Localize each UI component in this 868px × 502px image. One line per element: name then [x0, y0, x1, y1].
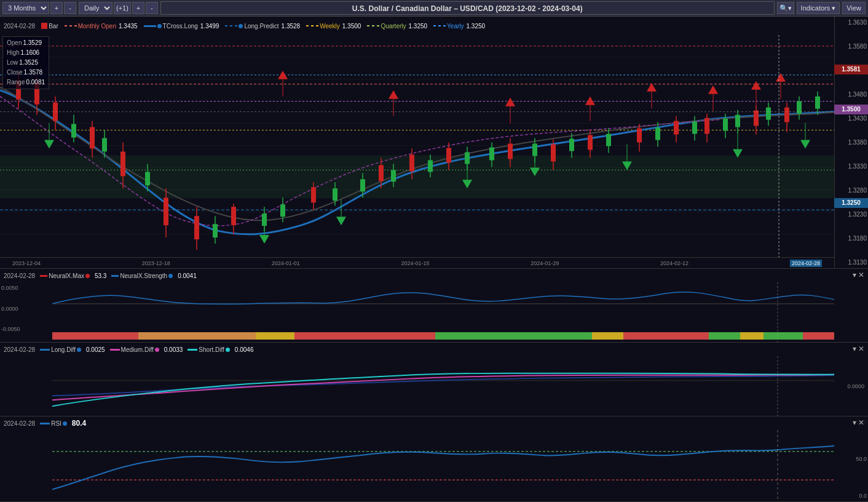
svg-rect-90 — [692, 122, 697, 134]
neurax-max-dot — [85, 274, 90, 278]
timeframe-select[interactable]: 3 Months — [2, 2, 49, 14]
svg-rect-30 — [194, 216, 199, 239]
price-legend: 2024-02-28 Bar Monthly Open 1.3435 TCros… — [0, 17, 834, 35]
svg-rect-64 — [213, 224, 218, 237]
cb-red-2 — [115, 332, 138, 340]
rsi-value: 80.4 — [72, 419, 86, 428]
tcross-legend: TCross.Long 1.3499 — [144, 23, 219, 30]
diff-date: 2024-02-28 — [4, 346, 35, 353]
cb-yellow-1 — [256, 332, 295, 340]
svg-rect-84 — [569, 139, 574, 151]
svg-rect-94 — [735, 115, 740, 127]
diff-close-button[interactable]: ▾ ✕ — [853, 345, 864, 353]
timeframe-add-button[interactable]: + — [50, 2, 63, 14]
neurax-header: 2024-02-28 NeuralX.Max 53.3 NeuralX.Stre… — [0, 269, 868, 282]
price-2: 1.3580 — [836, 43, 867, 50]
diff-header: 2024-02-28 Long.Diff 0.0025 Medium.Diff … — [0, 343, 868, 356]
svg-marker-111 — [708, 86, 718, 94]
interval-sub-button[interactable]: - — [146, 2, 158, 14]
medium-diff-legend: Medium.Diff — [110, 346, 159, 353]
svg-rect-92 — [723, 119, 728, 131]
diff-y-labels — [0, 356, 52, 416]
price-chart[interactable]: 2024-02-28 Bar Monthly Open 1.3435 TCros… — [0, 17, 868, 269]
interval-add-button[interactable]: + — [132, 2, 144, 14]
svg-rect-78 — [465, 152, 470, 164]
neurax-strength-legend: NeuralX.Strength — [111, 273, 173, 279]
price-y-axis: 1.3630 1.3580 1.3530 1.3480 1.3430 1.338… — [834, 17, 868, 268]
svg-marker-119 — [259, 235, 269, 244]
svg-rect-50 — [674, 121, 679, 135]
indicators-button[interactable]: Indicators ▾ — [797, 2, 840, 14]
view-button[interactable]: View — [842, 2, 866, 14]
neurax-strength-dot — [168, 274, 173, 278]
svg-marker-131 — [800, 140, 810, 149]
svg-marker-107 — [585, 97, 595, 105]
diff-panel[interactable]: 2024-02-28 Long.Diff 0.0025 Medium.Diff … — [0, 343, 868, 416]
monthly-open-line — [65, 25, 77, 26]
quarterly-line — [367, 25, 379, 26]
ohlc-info-box: Open1.3529 High1.1606 Low1.3525 Close1.3… — [2, 36, 49, 89]
price-10: 1.3180 — [836, 235, 867, 242]
svg-rect-36 — [379, 165, 384, 181]
cb-orange-1 — [138, 332, 256, 340]
cb-red-1 — [52, 332, 115, 340]
medium-diff-dot — [155, 348, 159, 352]
price-4: 1.3480 — [836, 91, 867, 98]
rsi-chart-svg — [52, 430, 834, 501]
svg-rect-46 — [588, 135, 593, 150]
yearly-legend: Yearly 1.3250 — [433, 23, 485, 30]
legend-date: 2024-02-28 — [4, 23, 35, 30]
svg-rect-72 — [360, 179, 365, 191]
svg-rect-60 — [102, 138, 107, 152]
rsi-legend: RSI — [40, 420, 67, 427]
main-container: 2024-02-28 Bar Monthly Open 1.3435 TCros… — [0, 17, 868, 502]
svg-marker-113 — [751, 81, 761, 90]
timeframe-group: 3 Months + - — [2, 2, 76, 14]
svg-rect-68 — [280, 204, 285, 217]
price-chart-svg — [0, 35, 834, 257]
longpredict-legend: Long.Predict 1.3528 — [225, 23, 300, 30]
timeframe-sub-button[interactable]: - — [64, 2, 76, 14]
bar-legend: Bar — [41, 23, 58, 30]
chart-title: U.S. Dollar / Canadian Dollar – USD/CAD … — [160, 1, 775, 15]
monthly-open-legend: Monthly Open 1.3435 — [65, 23, 138, 30]
x-date-4: 2024-01-15 — [401, 260, 429, 266]
cb-yellow-3 — [740, 332, 763, 340]
svg-rect-70 — [333, 188, 337, 201]
x-date-7: 2024-02-28 — [790, 260, 822, 267]
price-11: 1.3130 — [836, 259, 867, 266]
neurax-date: 2024-02-28 — [4, 273, 35, 279]
svg-rect-34 — [311, 187, 316, 202]
cb-green-2 — [709, 332, 740, 340]
svg-rect-88 — [655, 128, 660, 140]
price-badge-1581: 1.3581 — [834, 65, 868, 74]
diff-chart-svg — [52, 356, 834, 416]
rsi-dot — [63, 421, 67, 426]
x-date-1: 2023-12-04 — [12, 260, 41, 266]
cb-green-1 — [435, 332, 591, 340]
cb-red-6 — [803, 332, 834, 340]
interval-select[interactable]: Daily — [79, 2, 112, 14]
svg-rect-44 — [551, 145, 556, 162]
neurax-panel[interactable]: 2024-02-28 NeuralX.Max 53.3 NeuralX.Stre… — [0, 269, 868, 343]
svg-rect-54 — [754, 111, 759, 126]
rsi-date: 2024-02-28 — [4, 420, 35, 427]
svg-rect-26 — [120, 151, 125, 176]
cb-yellow-2 — [592, 332, 623, 340]
svg-rect-32 — [231, 207, 236, 225]
long-diff-legend: Long.Diff — [40, 346, 81, 353]
svg-rect-74 — [391, 170, 396, 181]
price-5: 1.3430 — [836, 115, 867, 122]
svg-rect-100 — [815, 97, 820, 109]
rsi-panel[interactable]: 2024-02-28 RSI 80.4 ▾ ✕ 100.0 50.0 0.0 — [0, 416, 868, 502]
search-button[interactable]: 🔍▾ — [777, 2, 794, 14]
neurax-y-labels: 0.0050 0.0000 -0.0050 — [0, 282, 52, 342]
yearly-line — [433, 25, 446, 26]
price-8: 1.3280 — [836, 187, 867, 194]
diff-y-label: 0.0000 — [833, 356, 867, 416]
neurax-close-button[interactable]: ▾ ✕ — [853, 271, 864, 279]
rsi-close-button[interactable]: ▾ ✕ — [853, 418, 864, 427]
price-badge-1500: 1.3500 — [834, 105, 868, 114]
interval-group: Daily (+1) + - — [79, 2, 158, 14]
svg-rect-24 — [90, 127, 95, 149]
